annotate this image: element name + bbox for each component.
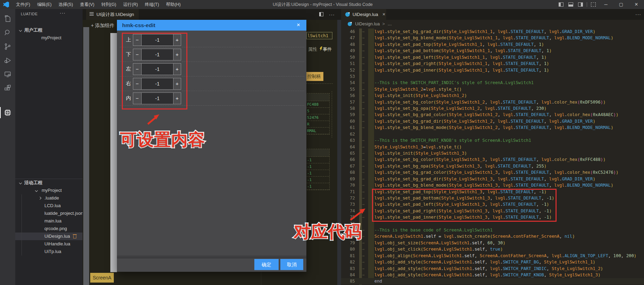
annotation-text-1: 可设置内容 (120, 129, 205, 151)
annotation-text-2: 对应代码 (294, 221, 362, 243)
menu-运行(R)[interactable]: 运行(R) (120, 0, 141, 9)
style-table: FC488552476RRMAL (305, 93, 330, 135)
editor-actions: ··· (319, 9, 335, 20)
style-value: FC488 (306, 101, 329, 108)
menu-编辑(E)[interactable]: 编辑(E) (34, 0, 55, 9)
menu-终端(T)[interactable]: 终端(T) (141, 0, 162, 9)
code-editor-group: UiDesign.lua × ··· UiDesign.lua > … 46→l… (341, 9, 644, 285)
menu-选择(S)[interactable]: 选择(S) (55, 0, 77, 9)
right-tab-bar: UiDesign.lua × ··· (341, 9, 644, 20)
tab-label: UiDesign.lua (353, 12, 378, 17)
customize-layout-icon[interactable] (591, 2, 596, 7)
more-actions-icon[interactable]: ··· (329, 12, 335, 17)
toggle-sidebar-icon[interactable] (559, 2, 564, 7)
activity-bar (0, 9, 15, 285)
close-window-button[interactable]: ✕ (629, 0, 644, 9)
tab-events[interactable]: 事件 (323, 46, 332, 52)
tab-properties[interactable]: 属性 (308, 46, 317, 52)
menu-帮助(H)[interactable]: 帮助(H) (162, 0, 184, 9)
pad-value: -1 (306, 183, 329, 190)
dialog-title-bar[interactable]: hmk-css-edit × (117, 20, 306, 31)
tree-item-main.lua[interactable]: main.lua (15, 217, 83, 225)
breadcrumb-item[interactable]: UiDesign.lua (355, 22, 380, 26)
more-actions-icon[interactable]: ··· (635, 11, 641, 17)
title-bar: 文件(F)编辑(E)选择(S)查看(V)转到(G)运行(R)终端(T)帮助(H)… (0, 0, 644, 9)
extensions-icon[interactable] (3, 84, 12, 92)
maximize-button[interactable]: ▢ (613, 0, 629, 9)
tab-uidesign-lua[interactable]: UiDesign.lua × (341, 9, 386, 20)
ok-button[interactable]: 确定 (254, 259, 279, 270)
divider (587, 2, 587, 7)
toggle-secondary-sidebar-icon[interactable] (578, 2, 583, 7)
code-line-80: 80→lvgl.obj_set_click(ScreenA.LvglSwitch… (341, 246, 644, 252)
pad-table: -1-1-1-1-1 (305, 149, 330, 190)
breadcrumb-item[interactable]: … (388, 22, 392, 26)
tree-item-qrcode.png[interactable]: qrcode.png (15, 225, 83, 233)
tree-item-myProject[interactable]: myProject (15, 187, 83, 194)
source-control-icon[interactable] (3, 42, 12, 51)
tree-item-.luatide[interactable]: .luatide (15, 194, 83, 202)
style-value: 52476 (306, 114, 329, 121)
code-line-56: 56→lvgl.style_init(Style_LvglSwitch1_2) (341, 92, 644, 99)
tree-item-luatide_project.json[interactable]: luatide_project.json (15, 210, 83, 217)
menu-文件(F)[interactable]: 文件(F) (12, 0, 34, 9)
vscode-logo-icon (3, 2, 9, 8)
divider (261, 272, 261, 285)
style-value: R (306, 121, 329, 128)
menu-查看(V)[interactable]: 查看(V) (76, 0, 98, 9)
code-line-65: 65→lvgl.style_init(Style_LvglSwitch1_3) (341, 150, 644, 156)
dialog-close-icon[interactable]: × (297, 20, 300, 30)
active-indicator (0, 107, 1, 118)
breadcrumb-separator: > (382, 22, 385, 26)
tree-item-UiDesign.lua[interactable]: UiDesign.lua (15, 233, 83, 240)
split-editor-icon[interactable] (319, 12, 323, 16)
tree-item-LCD.lua[interactable]: LCD.lua (15, 202, 83, 210)
run-debug-icon[interactable] (3, 56, 12, 65)
cancel-button[interactable]: 取消 (280, 259, 303, 270)
toggle-panel-icon[interactable] (568, 2, 573, 7)
menu-转到(G)[interactable]: 转到(G) (98, 0, 120, 9)
code-line-61: 61→lvgl.style_set_bg_blend_mode(Style_Lv… (341, 124, 644, 131)
section-活动工程[interactable]: 活动工程 (15, 179, 83, 187)
code-line-58: 58→lvgl.style_set_bg_opa(Style_LvglSwitc… (341, 105, 644, 112)
breadcrumb[interactable]: UiDesign.lua > … (341, 20, 644, 28)
control-handle-button[interactable]: 控制柄 (305, 72, 323, 81)
sidebar-luatide: LUATIDE ··· 用户工程myProject活动工程myProject.l… (15, 9, 83, 285)
designer-scrollbar[interactable] (337, 20, 341, 285)
code-editor[interactable]: 46→lvgl.style_set_bg_grad_dir(Style_Lvgl… (341, 28, 644, 285)
tree-item-myProject[interactable]: myProject (15, 34, 83, 42)
code-line-49: 49→lvgl.style_set_pad_bottom(Style_LvglS… (341, 48, 644, 54)
code-line-77: 77→--This is the base code of ScreenA.Lv… (341, 227, 644, 233)
code-line-78: 78→ScreenA.LvglSwitch1.self = lvgl.switc… (341, 233, 644, 239)
tree-item-UiTp.lua[interactable]: UiTp.lua (15, 248, 83, 255)
search-icon[interactable] (3, 28, 12, 37)
webview-icon (90, 12, 94, 13)
sidebar-more-icon[interactable]: ··· (60, 10, 66, 16)
minimize-button[interactable]: ─ (598, 0, 613, 9)
remote-explorer-icon[interactable] (3, 70, 12, 79)
code-line-60: 60→lvgl.style_set_bg_grad_dir(Style_Lvgl… (341, 118, 644, 124)
pad-value: -1 (306, 163, 329, 170)
code-line-83: 83→lvgl.obj_add_style(ScreenA.LvglSwitch… (341, 266, 644, 272)
luatide-chip-icon[interactable] (3, 108, 12, 117)
tab-ui-designer[interactable]: UI设计器:UiDesign × (86, 9, 139, 20)
code-line-47: 47→lvgl.style_set_bg_blend_mode(Style_Lv… (341, 35, 644, 41)
annotation-arrow-1 (144, 111, 165, 129)
close-tab-icon[interactable]: × (382, 11, 385, 17)
divider (306, 83, 333, 84)
pad-value: -1 (306, 157, 329, 163)
code-line-46: 46→lvgl.style_set_bg_grad_dir(Style_Lvgl… (341, 28, 644, 35)
add-component-button[interactable]: + 添加组件 (91, 23, 115, 29)
delete-file-icon[interactable] (73, 234, 77, 238)
object-name-input[interactable]: lSwitch1 (306, 32, 332, 39)
explorer-icon[interactable] (3, 15, 12, 23)
code-line-54: 54→--This is the SWITCH_PART_INDIC's sty… (341, 80, 644, 86)
pad-value: -1 (306, 170, 329, 177)
dialog-title: hmk-css-edit (122, 20, 155, 31)
tree-item-UiHandle.lua[interactable]: UiHandle.lua (15, 240, 83, 248)
sidebar-title: LUATIDE (21, 12, 37, 16)
screen-tab-button[interactable]: ScreenA (90, 273, 114, 283)
section-用户工程[interactable]: 用户工程 (15, 26, 83, 34)
pad-value: -1 (306, 177, 329, 183)
style-value: RMAL (306, 128, 329, 134)
